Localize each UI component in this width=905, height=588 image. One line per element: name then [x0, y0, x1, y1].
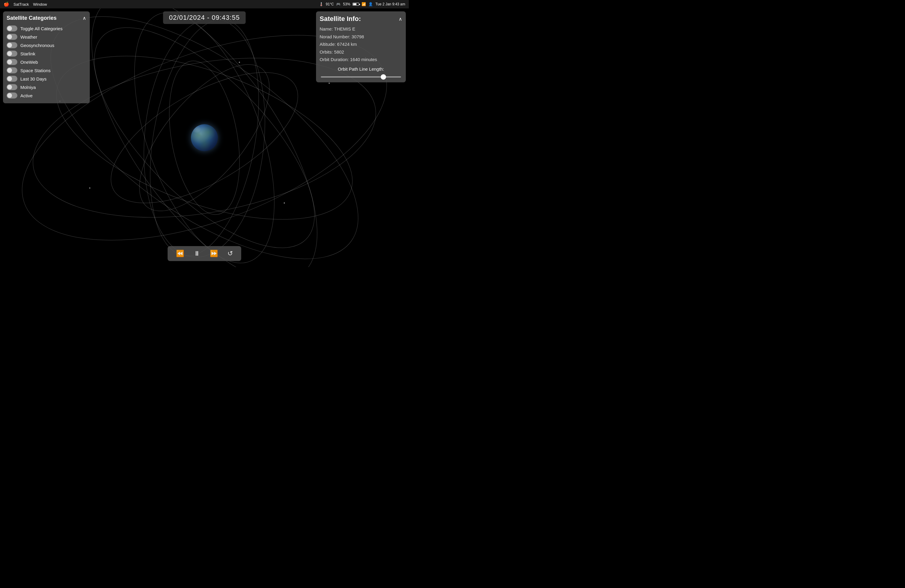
toggle-geosynchronous-switch[interactable]: [6, 42, 17, 48]
toggle-all-switch[interactable]: [6, 25, 17, 32]
satellite-orbits: Orbits: 5802: [320, 48, 402, 56]
battery-indicator: [352, 3, 359, 6]
category-item-last-30-days[interactable]: Last 30 Days: [6, 75, 86, 83]
apple-menu[interactable]: 🍎: [3, 2, 9, 7]
svg-point-15: [89, 188, 90, 189]
category-list: Toggle All Categories Weather Geosynchro…: [6, 24, 86, 100]
gamepad-icon: 🎮: [336, 2, 341, 6]
app-name[interactable]: SatTrack: [13, 2, 29, 6]
reset-button[interactable]: ↺: [225, 248, 235, 259]
wifi-icon: 📶: [362, 2, 366, 6]
category-item-oneweb[interactable]: OneWeb: [6, 58, 86, 66]
category-item-geosynchronous[interactable]: Geosynchronous: [6, 41, 86, 49]
satellite-info-panel: Satellite Info: ∧ Name: THEMIS E Norad N…: [316, 11, 406, 82]
menubar: 🍎 SatTrack Window 🌡️ 91°C 🎮 53% 📶 👤 Tue …: [0, 0, 409, 8]
toggle-oneweb-switch[interactable]: [6, 59, 17, 65]
temp-icon: 🌡️: [319, 2, 324, 6]
category-label-oneweb: OneWeb: [21, 60, 38, 65]
svg-point-13: [329, 83, 330, 84]
satellite-info-title: Satellite Info:: [320, 15, 361, 23]
category-item-space-stations[interactable]: Space Stations: [6, 66, 86, 75]
toggle-starlink-switch[interactable]: [6, 51, 17, 57]
category-label-active: Active: [21, 93, 33, 98]
category-label-weather: Weather: [21, 35, 37, 40]
category-item-active[interactable]: Active: [6, 91, 86, 100]
svg-point-14: [284, 202, 285, 203]
categories-title: Satellite Categories: [6, 15, 57, 21]
earth-globe: [191, 124, 218, 151]
satellite-name: Name: THEMIS E: [320, 25, 402, 33]
satellite-norad: Norad Number: 30798: [320, 33, 402, 41]
satellite-orbit-duration: Orbit Duration: 1640 minutes: [320, 56, 402, 64]
category-label-space-stations: Space Stations: [21, 68, 51, 73]
category-item-weather[interactable]: Weather: [6, 33, 86, 41]
pause-button[interactable]: ⏸: [191, 248, 203, 259]
toggle-space-stations-switch[interactable]: [6, 67, 17, 73]
user-icon: 👤: [368, 2, 373, 6]
category-label-molniya: Molniya: [21, 85, 36, 90]
categories-panel: Satellite Categories ∧ Toggle All Catego…: [3, 11, 90, 103]
category-label-toggle-all: Toggle All Categories: [21, 26, 62, 31]
category-label-geosynchronous: Geosynchronous: [21, 43, 54, 48]
window-menu[interactable]: Window: [33, 2, 47, 6]
category-item-toggle-all[interactable]: Toggle All Categories: [6, 24, 86, 33]
svg-point-16: [239, 62, 240, 63]
playback-controls: ⏪ ⏸ ⏩ ↺: [168, 246, 241, 261]
toggle-last-30-days-switch[interactable]: [6, 76, 17, 82]
datetime-display: 02/01/2024 - 09:43:55: [163, 11, 246, 24]
toggle-active-switch[interactable]: [6, 92, 17, 99]
rewind-button[interactable]: ⏪: [173, 248, 186, 259]
forward-button[interactable]: ⏩: [207, 248, 220, 259]
main-view: 02/01/2024 - 09:43:55 Satellite Categori…: [0, 8, 409, 267]
datetime-menubar: Tue 2 Jan 9:43 am: [375, 2, 405, 6]
temperature: 91°C: [326, 2, 334, 6]
category-label-starlink: Starlink: [21, 51, 35, 56]
toggle-weather-switch[interactable]: [6, 34, 17, 40]
orbit-path-slider[interactable]: [321, 76, 401, 78]
category-item-molniya[interactable]: Molniya: [6, 83, 86, 91]
orbit-path-label: Orbit Path Line Length:: [320, 67, 402, 72]
category-label-last-30-days: Last 30 Days: [21, 76, 47, 81]
satellite-info-collapse-btn[interactable]: ∧: [399, 16, 402, 22]
satellite-altitude: Altitude: 67424 km: [320, 40, 402, 48]
toggle-molniya-switch[interactable]: [6, 84, 17, 90]
battery-pct: 53%: [343, 2, 350, 6]
category-item-starlink[interactable]: Starlink: [6, 49, 86, 58]
categories-collapse-btn[interactable]: ∧: [83, 15, 86, 21]
